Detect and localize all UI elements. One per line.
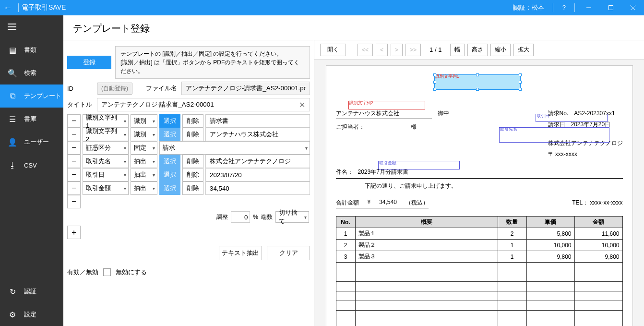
remove-row-button[interactable]: − <box>67 114 81 128</box>
sidebar-item-user[interactable]: 👤 ユーザー <box>0 131 63 154</box>
page-title: テンプレート登録 <box>73 22 634 35</box>
select-button[interactable]: 選択 <box>159 168 180 181</box>
zoom-in-button[interactable]: 拡大 <box>513 44 534 56</box>
document-icon: ▤ <box>8 46 17 55</box>
back-button[interactable]: ← <box>0 3 15 13</box>
prev-page-button[interactable]: < <box>376 44 388 56</box>
clear-title-button[interactable]: ✕ <box>299 100 305 109</box>
sidebar-item-csv[interactable]: ⭳ CSV <box>0 154 63 177</box>
field-type-dropdown[interactable]: 抽出 <box>131 155 157 168</box>
sidebar-item-documents[interactable]: ▤ 書類 <box>0 38 63 61</box>
close-button[interactable] <box>622 0 644 15</box>
first-page-button[interactable]: << <box>358 44 373 56</box>
field-name-dropdown[interactable]: 取引日 <box>83 168 129 181</box>
template-icon: ⧉ <box>8 92 17 100</box>
help-icon: ？ <box>561 4 567 11</box>
percent-label: % <box>253 214 258 220</box>
sidebar-item-label: 書庫 <box>24 115 36 123</box>
field-name-dropdown[interactable]: 識別文字列2 <box>83 128 129 141</box>
select-button[interactable]: 選択 <box>159 181 180 195</box>
field-type-dropdown[interactable]: 抽出 <box>131 181 157 195</box>
clear-button[interactable]: クリア <box>267 246 310 260</box>
hamburger-button[interactable] <box>0 15 63 38</box>
divider <box>18 3 19 12</box>
field-name-dropdown[interactable]: 取引先名 <box>83 155 129 168</box>
select-button[interactable]: 選択 <box>159 114 180 128</box>
field-type-dropdown[interactable]: 識別 <box>131 114 157 128</box>
sidebar-item-template[interactable]: ⧉ テンプレート <box>0 85 63 108</box>
sidebar-item-label: 検索 <box>24 69 36 77</box>
delete-button[interactable]: 削除 <box>182 155 203 168</box>
sidebar-item-archive[interactable]: ☰ 書庫 <box>0 108 63 131</box>
delete-button[interactable]: 削除 <box>182 168 203 181</box>
delete-button[interactable]: 削除 <box>182 181 203 195</box>
disable-checkbox[interactable] <box>103 268 111 276</box>
value-dropdown[interactable]: 請求 <box>159 141 310 155</box>
hint-text: テンプレートの [識別／抽出／固定] の設定を行ってください。 [識別／抽出] … <box>115 46 310 79</box>
next-page-button[interactable]: > <box>391 44 403 56</box>
remove-row-button[interactable]: − <box>67 181 81 195</box>
fit-height-button[interactable]: 高さ <box>467 44 488 56</box>
remove-row-button[interactable]: − <box>67 155 81 168</box>
maximize-button[interactable] <box>600 0 622 15</box>
field-name-dropdown[interactable]: 証憑区分 <box>83 141 129 155</box>
selection-id-string-1[interactable]: 識別文字列1 <box>434 74 521 90</box>
delete-button[interactable]: 削除 <box>182 128 203 141</box>
id-auto-chip: (自動登録) <box>97 83 132 95</box>
selection-id-string-2[interactable]: 識別文字列2 <box>348 101 425 109</box>
delete-button[interactable]: 削除 <box>182 114 203 128</box>
fraction-dropdown[interactable]: 切り捨て <box>275 211 309 223</box>
title-field[interactable] <box>97 98 310 111</box>
filename-label: ファイル名 <box>146 84 178 93</box>
field-type-dropdown[interactable]: 抽出 <box>131 168 157 181</box>
remove-row-button[interactable]: − <box>67 128 81 141</box>
download-icon: ⭳ <box>8 161 17 169</box>
value-input[interactable] <box>205 128 310 141</box>
adjust-label: 調整 <box>216 213 228 221</box>
select-button[interactable]: 選択 <box>159 128 180 141</box>
sidebar-item-settings[interactable]: ⚙ 設定 <box>0 303 63 326</box>
value-input[interactable] <box>205 181 310 195</box>
hamburger-icon <box>8 26 16 27</box>
open-button[interactable]: 開く <box>320 44 346 56</box>
value-input[interactable] <box>205 168 310 181</box>
enable-label: 有効／無効 <box>67 268 98 277</box>
minimize-button[interactable] <box>578 0 600 15</box>
value-input[interactable] <box>205 155 310 168</box>
sidebar-item-label: テンプレート <box>24 92 61 100</box>
field-name-dropdown[interactable]: 取引金額 <box>83 181 129 195</box>
divider <box>574 3 575 12</box>
help-button[interactable]: ？ <box>556 3 572 12</box>
field-type-dropdown[interactable]: 識別 <box>131 128 157 141</box>
id-label: ID <box>67 85 93 92</box>
selection-amount[interactable]: 取引金額 <box>378 161 460 169</box>
value-input[interactable] <box>205 114 310 128</box>
fit-width-button[interactable]: 幅 <box>450 44 465 56</box>
pdf-page[interactable]: 識別文字列1 識別文字列2 取引日 取引先名 <box>326 65 633 326</box>
remove-row-button[interactable]: − <box>67 168 81 181</box>
page-indicator: 1 / 1 <box>429 46 441 53</box>
zoom-out-button[interactable]: 縮小 <box>490 44 511 56</box>
extract-text-button[interactable]: テキスト抽出 <box>219 246 262 260</box>
register-button[interactable]: 登録 <box>67 56 111 69</box>
selection-partner[interactable]: 取引先名 <box>499 127 609 143</box>
refresh-icon: ↻ <box>8 287 17 296</box>
adjust-input[interactable] <box>231 211 250 223</box>
auth-label: 認証：松本 <box>513 3 544 12</box>
field-type-dropdown[interactable]: 固定 <box>131 141 157 155</box>
user-icon: 👤 <box>8 138 17 147</box>
sidebar-item-search[interactable]: 🔍 検索 <box>0 61 63 85</box>
select-button[interactable]: 選択 <box>159 155 180 168</box>
sidebar-item-label: 認証 <box>24 287 36 296</box>
selection-date[interactable]: 取引日 <box>536 114 608 122</box>
remove-row-button[interactable]: − <box>67 195 81 208</box>
sidebar-item-auth[interactable]: ↻ 認証 <box>0 280 63 303</box>
divider <box>553 3 553 12</box>
preview-scroll[interactable]: 識別文字列1 識別文字列2 取引日 取引先名 <box>314 60 644 326</box>
remove-row-button[interactable]: − <box>67 141 81 155</box>
sidebar-item-label: CSV <box>24 162 37 169</box>
add-row-button[interactable]: ＋ <box>67 226 81 239</box>
last-page-button[interactable]: >> <box>405 44 421 56</box>
field-name-dropdown[interactable]: 識別文字列1 <box>83 114 129 128</box>
doc-partner: アンテナハウス株式会社 <box>336 109 432 119</box>
